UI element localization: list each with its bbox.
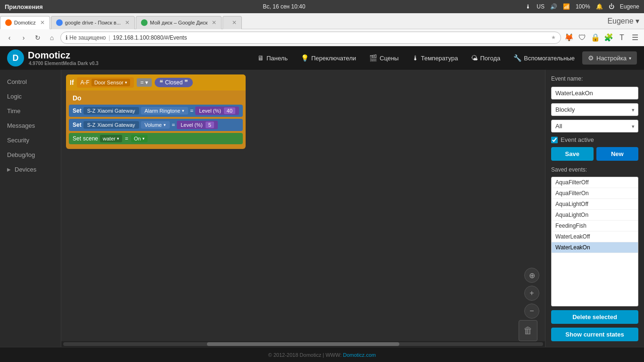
url-separator: | (108, 34, 110, 41)
temp-icon: 🌡 (525, 3, 531, 10)
url-text: 192.168.1.100:8080/#/Events (113, 34, 187, 41)
equals-block: = ▾ (137, 78, 152, 87)
equals-1: = (190, 107, 193, 114)
level-2-label: Level (%) (181, 122, 202, 128)
tabs-container: Domoticz ✕ google drive - Поиск в... ✕ М… (0, 13, 607, 29)
footer: © 2012-2018 Domoticz | WWW: Domoticz.com (0, 347, 644, 362)
if-block-wrapper: If A-F Door Sensor = ▾ ❝ Closed ❞ (66, 74, 246, 149)
sidebar-label-security: Security (7, 137, 29, 144)
star-icon[interactable]: ★ (551, 34, 556, 41)
event-item-aquafilteron[interactable]: AquaFilterOn (552, 188, 638, 199)
event-item-feedingfish[interactable]: FeedingFish (552, 221, 638, 231)
tab-empty[interactable]: ✕ (223, 16, 242, 29)
panel-icon: 🖥 (257, 54, 264, 62)
set-row-1: Set S-Z Xiaomi Gateway Alarm Ringtone = … (69, 105, 243, 117)
power-icon: ⏻ (609, 3, 614, 10)
event-item-aquafilteroff[interactable]: AquaFilterOff (552, 177, 638, 188)
translate-icon[interactable]: T (617, 33, 627, 43)
filter-select-wrapper: All (551, 120, 638, 132)
vpn-icon[interactable]: 🔒 (590, 33, 601, 43)
tab-close-empty[interactable]: ✕ (232, 19, 237, 26)
url-protocol: ℹ Не защищено (66, 34, 106, 41)
app-subtitle: 4.9700 ElementMedia Dark v0.3 (29, 61, 99, 66)
nav-weather[interactable]: 🌤 Погода (465, 51, 506, 65)
event-item-waterleakon[interactable]: WaterLeakOn (552, 242, 638, 253)
forward-button[interactable]: › (18, 32, 29, 43)
blockly-canvas[interactable]: If A-F Door Sensor = ▾ ❝ Closed ❞ (61, 70, 545, 347)
addon-icon[interactable]: 🧩 (603, 33, 614, 43)
os-bar: Приложения Вс, 16 сен 10:40 🌡 US 🔊 📶 100… (0, 0, 644, 13)
settings-dropdown-icon: ▾ (629, 56, 631, 61)
trash-button[interactable]: 🗑 (519, 320, 537, 341)
tab-close-gdrive[interactable]: ✕ (212, 19, 216, 26)
filter-select[interactable]: All (551, 120, 638, 132)
sidebar-item-time[interactable]: Time (0, 104, 61, 118)
nav-scenes[interactable]: 🎬 Сцены (363, 51, 404, 65)
quote-left: ❝ (159, 79, 163, 86)
settings-icon: ⚙ (588, 54, 594, 62)
url-bar[interactable]: ℹ Не защищено | 192.168.1.100:8080/#/Eve… (60, 32, 561, 44)
tab-close-domoticz[interactable]: ✕ (40, 19, 45, 26)
sidebar-item-logic[interactable]: Logic (0, 89, 61, 104)
save-button[interactable]: Save (551, 147, 594, 161)
app-name: Приложения (5, 3, 43, 10)
app-logo: D Domoticz 4.9700 ElementMedia Dark v0.3 (7, 49, 99, 66)
sidebar-item-control[interactable]: Control (0, 74, 61, 89)
nav-panel[interactable]: 🖥 Панель (252, 51, 293, 65)
new-button[interactable]: New (596, 147, 639, 161)
show-states-button[interactable]: Show current states (551, 328, 638, 341)
property-1-dropdown[interactable]: Alarm Ringtone (141, 107, 189, 115)
type-select-wrapper: Blockly Lua (551, 103, 638, 116)
set-label-1: Set (73, 107, 82, 114)
home-button[interactable]: ⌂ (46, 32, 58, 43)
refresh-button[interactable]: ↻ (32, 32, 43, 43)
nav-utility[interactable]: 🔧 Вспомогательные (508, 51, 580, 65)
firefox-icon[interactable]: 🦊 (564, 33, 574, 43)
back-button[interactable]: ‹ (4, 32, 15, 43)
event-active-row: Event active (551, 136, 638, 143)
nav-switches[interactable]: 💡 Переключатели (295, 51, 362, 65)
menu-icon[interactable]: ☰ (630, 33, 640, 43)
sidebar-label-control: Control (7, 78, 27, 85)
nav-temp[interactable]: 🌡 Температура (406, 51, 464, 65)
sidebar-item-messages[interactable]: Messages (0, 118, 61, 133)
event-item-waterleakoff[interactable]: WaterLeakOff (552, 231, 638, 242)
scrollbar-thumb (207, 342, 399, 346)
utility-icon: 🔧 (513, 54, 521, 62)
shield-icon[interactable]: 🛡 (577, 33, 587, 43)
level-1-label: Level (%) (199, 108, 221, 114)
tab-gdrive-search[interactable]: google drive - Поиск в... ✕ (51, 16, 135, 29)
footer-link[interactable]: Domoticz.com (343, 352, 376, 358)
nav-settings-label: Настройка (596, 55, 627, 62)
sidebar-item-devices[interactable]: ▶ Devices (0, 162, 61, 177)
event-name-label: Event name: (551, 75, 638, 82)
scene-name-dropdown[interactable]: water (100, 135, 122, 142)
nav-weather-label: Погода (480, 55, 500, 62)
event-item-aqualightoff[interactable]: AquaLightOff (552, 199, 638, 210)
sidebar-item-security[interactable]: Security (0, 133, 61, 148)
tab-close-gdrive-search[interactable]: ✕ (125, 19, 130, 26)
tab-domoticz[interactable]: Domoticz ✕ (0, 16, 50, 29)
crosshair-button[interactable]: ⊕ (524, 268, 539, 283)
zoom-out-button[interactable]: − (524, 304, 539, 319)
sidebar: Control Logic Time Messages Security Deb… (0, 70, 61, 347)
os-datetime: Вс, 16 сен 10:40 (263, 3, 305, 10)
zoom-in-button[interactable]: + (524, 286, 539, 301)
event-name-input[interactable] (551, 87, 638, 99)
tab-gdrive[interactable]: Мой диск – Google Диск ✕ (136, 16, 222, 29)
canvas-scrollbar[interactable] (61, 341, 545, 347)
delete-button[interactable]: Delete selected (551, 310, 638, 324)
footer-text: © 2012-2018 Domoticz | WWW: (268, 352, 342, 358)
scene-value-dropdown[interactable]: On (131, 135, 148, 142)
type-select[interactable]: Blockly Lua (551, 103, 638, 116)
event-item-aqualighton[interactable]: AquaLightOn (552, 210, 638, 221)
user-menu[interactable]: Eugene ▾ (607, 16, 644, 25)
event-active-checkbox[interactable] (551, 137, 558, 143)
sidebar-item-debuglog[interactable]: Debug/log (0, 148, 61, 162)
nav-settings[interactable]: ⚙ Настройка ▾ (582, 51, 637, 65)
device-name-dropdown[interactable]: Door Sensor (91, 79, 130, 86)
logo-title: Domoticz (28, 50, 70, 60)
devices-arrow-icon: ▶ (7, 167, 11, 172)
property-2-dropdown[interactable]: Volume (141, 121, 170, 129)
device-1-group: S-Z (87, 108, 96, 114)
